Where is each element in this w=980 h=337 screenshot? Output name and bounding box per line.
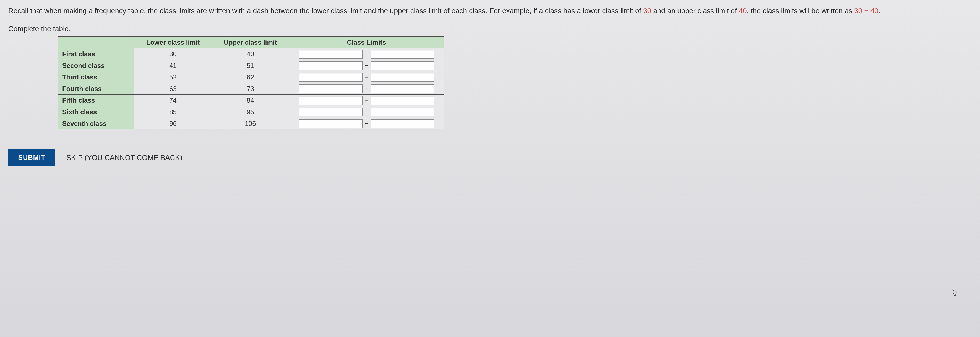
row-label: Third class: [58, 71, 134, 83]
upper-limit-cell: 106: [212, 118, 289, 130]
class-limit-lower-input[interactable]: [299, 108, 363, 117]
table-row: Third class5262−: [58, 71, 444, 83]
class-limit-upper-input[interactable]: [371, 73, 434, 82]
class-limit-upper-input[interactable]: [371, 50, 434, 59]
lower-limit-cell: 63: [134, 83, 212, 95]
instr-seg: and an upper class limit of: [651, 6, 739, 15]
class-limit-lower-input[interactable]: [299, 119, 363, 128]
upper-limit-cell: 62: [212, 71, 289, 83]
row-label: Sixth class: [58, 106, 134, 118]
row-label: First class: [58, 48, 134, 60]
instr-num: 40: [739, 6, 747, 15]
table-row: Fifth class7484−: [58, 95, 444, 106]
instr-seg: Recall that when making a frequency tabl…: [8, 6, 643, 15]
class-limits-cell: −: [289, 95, 444, 106]
table-row: Second class4151−: [58, 60, 444, 71]
dash-separator: −: [365, 51, 368, 58]
prompt-text: Complete the table.: [8, 25, 972, 33]
class-limit-upper-input[interactable]: [371, 84, 434, 93]
row-label: Seventh class: [58, 118, 134, 130]
lower-limit-cell: 52: [134, 71, 212, 83]
instr-expr: 30 − 40: [854, 6, 878, 15]
instr-seg: .: [878, 6, 880, 15]
upper-limit-cell: 95: [212, 106, 289, 118]
lower-limit-cell: 30: [134, 48, 212, 60]
dash-separator: −: [365, 74, 368, 81]
lower-limit-cell: 41: [134, 60, 212, 71]
class-limit-upper-input[interactable]: [371, 119, 434, 128]
instr-num: 30: [643, 6, 651, 15]
cursor-icon: [951, 289, 958, 298]
dash-separator: −: [365, 85, 368, 92]
class-limits-cell: −: [289, 118, 444, 130]
instructions-text: Recall that when making a frequency tabl…: [8, 6, 972, 16]
class-limits-cell: −: [289, 48, 444, 60]
class-limits-cell: −: [289, 106, 444, 118]
upper-limit-cell: 73: [212, 83, 289, 95]
row-label: Second class: [58, 60, 134, 71]
instr-seg: , the class limits will be written as: [747, 6, 854, 15]
class-limit-upper-input[interactable]: [371, 61, 434, 70]
upper-limit-cell: 51: [212, 60, 289, 71]
skip-link[interactable]: SKIP (YOU CANNOT COME BACK): [66, 153, 182, 162]
submit-button[interactable]: SUBMIT: [8, 149, 55, 166]
upper-limit-cell: 84: [212, 95, 289, 106]
lower-limit-cell: 74: [134, 95, 212, 106]
class-limit-lower-input[interactable]: [299, 50, 363, 59]
class-limit-upper-input[interactable]: [371, 96, 434, 105]
table-row: First class3040−: [58, 48, 444, 60]
row-label: Fifth class: [58, 95, 134, 106]
header-lower: Lower class limit: [134, 37, 212, 48]
lower-limit-cell: 96: [134, 118, 212, 130]
row-label: Fourth class: [58, 83, 134, 95]
class-limit-lower-input[interactable]: [299, 96, 363, 105]
class-limit-lower-input[interactable]: [299, 61, 363, 70]
class-limit-upper-input[interactable]: [371, 108, 434, 117]
class-limit-lower-input[interactable]: [299, 73, 363, 82]
dash-separator: −: [365, 97, 368, 104]
table-row: Seventh class96106−: [58, 118, 444, 130]
class-limit-lower-input[interactable]: [299, 84, 363, 93]
lower-limit-cell: 85: [134, 106, 212, 118]
dash-separator: −: [365, 120, 368, 127]
header-upper: Upper class limit: [212, 37, 289, 48]
header-blank: [58, 37, 134, 48]
class-limits-cell: −: [289, 71, 444, 83]
class-limits-cell: −: [289, 83, 444, 95]
class-limits-cell: −: [289, 60, 444, 71]
dash-separator: −: [365, 62, 368, 69]
header-limits: Class Limits: [289, 37, 444, 48]
class-limits-table: Lower class limit Upper class limit Clas…: [58, 36, 444, 130]
table-row: Sixth class8595−: [58, 106, 444, 118]
dash-separator: −: [365, 108, 368, 115]
table-row: Fourth class6373−: [58, 83, 444, 95]
upper-limit-cell: 40: [212, 48, 289, 60]
